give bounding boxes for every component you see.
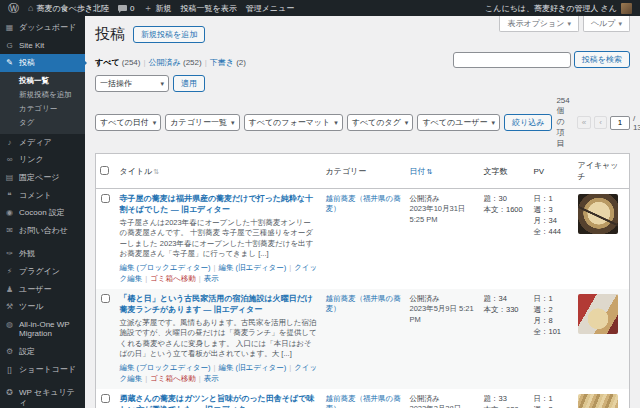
select-all-checkbox[interactable]	[100, 166, 109, 175]
current-page-input[interactable]	[610, 116, 630, 130]
sort-by-date-link[interactable]: 日付⇅	[410, 167, 433, 176]
bulk-actions-select[interactable]: 一括操作 ▾	[95, 75, 169, 92]
chevron-down-icon: ▾	[153, 119, 157, 127]
post-date: 2023年10月31日 5:25 PM	[410, 204, 476, 225]
sidebar-item-pages[interactable]: ▤ 固定ページ	[0, 169, 85, 187]
view-draft-link[interactable]: 下書き (2)	[210, 58, 246, 67]
screen-options-label: 表示オプション	[507, 18, 564, 29]
view-posts-link[interactable]: 投稿一覧を表示	[180, 3, 236, 14]
add-new-post-button[interactable]: 新規投稿を追加	[133, 26, 205, 43]
site-name: 蕎麦の食べ歩き北陸	[36, 3, 109, 14]
sidebar-item-shortcode[interactable]: [] ショートコード	[0, 361, 85, 379]
admin-menu-link[interactable]: 管理メニュー	[246, 3, 295, 14]
pv-day: 日：1	[534, 194, 570, 205]
pv-total: 全：444	[534, 227, 570, 238]
search-posts-button[interactable]: 投稿を検索	[574, 51, 630, 68]
view-published-link[interactable]: 公開済み (252)	[149, 58, 202, 67]
view-filters: すべて (254)|公開済み (252)|下書き (2)	[95, 57, 246, 68]
sidebar-subitem-1[interactable]: 新規投稿を追加	[0, 88, 85, 102]
post-category-link[interactable]: 越前蕎麦（福井県の蕎麦）	[326, 194, 401, 213]
edit-classic-editor-link[interactable]: 編集 (旧エディター)	[218, 363, 294, 372]
new-content-link[interactable]: ＋ 新規	[143, 3, 171, 14]
chevron-down-icon: ▾	[231, 119, 235, 127]
plus-icon: ＋	[143, 4, 152, 13]
column-charcount-header: 文字数	[480, 154, 530, 189]
view-all-link[interactable]: すべて (254)	[95, 58, 140, 67]
chevron-down-icon: ▾	[618, 20, 622, 28]
my-account-link[interactable]: こんにちは、蕎麦好きの管理人 さん	[485, 3, 617, 14]
row-checkbox[interactable]	[101, 194, 110, 203]
post-date: 2023年5月9日 5:21 PM	[410, 304, 476, 325]
char-count-title: 題：34	[484, 294, 526, 305]
sidebar-item-posts[interactable]: ✎ 投稿	[0, 54, 85, 72]
site-name-link[interactable]: ⌂ 蕎麦の食べ歩き北陸	[28, 3, 109, 14]
trash-link[interactable]: ゴミ箱へ移動	[150, 274, 203, 283]
prev-page-button[interactable]: ‹	[594, 116, 607, 130]
sidebar-item-appearance[interactable]: ✑ 外観	[0, 245, 85, 263]
sidebar-subitem-3[interactable]: タグ	[0, 116, 85, 130]
sidebar-item-media[interactable]: ♪ メディア	[0, 134, 85, 152]
post-excerpt: 立派な茅屋です。風情もあります。古民家を活用した宿泊施設ですが、火曜日の昼だけは…	[120, 318, 318, 360]
admin-sidebar: ▦ ダッシュボード G Site Kit ✎ 投稿 投稿一覧新規投稿を追加カテゴ…	[0, 16, 85, 408]
comments-admin-link[interactable]: 0	[118, 4, 134, 13]
tag-filter-select[interactable]: すべてのタグ ▾	[347, 114, 414, 131]
pv-week: 週：3	[534, 205, 570, 216]
post-title-link[interactable]: 寺子屋の蕎麦は福井県産の蕎麦だけで打った純粋な十割そばでした — 旧エディター	[120, 194, 318, 216]
sidebar-item-users[interactable]: ♟ ユーザー	[0, 281, 85, 299]
post-status: 公開済み	[410, 394, 476, 404]
view-draft-label: 下書き	[210, 58, 234, 67]
screen-options-button[interactable]: 表示オプション ▾	[499, 16, 578, 32]
links-icon: ∞	[5, 155, 14, 165]
char-count-body: 本文：330	[484, 305, 526, 316]
sidebar-item-settings[interactable]: ⚙ 設定	[0, 343, 85, 361]
apply-button[interactable]: 適用	[173, 75, 205, 92]
sidebar-item-ai1wm[interactable]: ◍ All-in-One WP Migration	[0, 316, 85, 343]
row-checkbox[interactable]	[101, 394, 110, 403]
sidebar-item-links[interactable]: ∞ リンク	[0, 151, 85, 169]
security-icon: ✪	[5, 388, 14, 398]
sort-by-title-link[interactable]: タイトル⇅	[120, 167, 160, 176]
sidebar-item-wp-security[interactable]: ✪ WP セキュリティ	[0, 384, 85, 408]
column-pv-header: PV	[530, 154, 574, 189]
post-status: 公開済み	[410, 194, 476, 204]
chevron-down-icon: ▾	[334, 119, 338, 127]
format-filter-label: すべてのフォーマット	[249, 117, 331, 128]
user-filter-select[interactable]: すべてのユーザー ▾	[417, 114, 500, 131]
sidebar-subitem-0[interactable]: 投稿一覧	[0, 74, 85, 88]
help-button[interactable]: ヘルプ ▾	[583, 16, 630, 32]
edit-block-editor-link[interactable]: 編集 (ブロックエディター)	[120, 263, 219, 272]
sidebar-item-site-kit[interactable]: G Site Kit	[0, 37, 85, 55]
edit-block-editor-link[interactable]: 編集 (ブロックエディター)	[120, 363, 219, 372]
view-all-label: すべて	[95, 58, 120, 67]
avatar	[621, 3, 632, 14]
trash-link[interactable]: ゴミ箱へ移動	[150, 374, 203, 383]
sidebar-item-plugins[interactable]: ⚡ プラグイン	[0, 263, 85, 281]
post-category-link[interactable]: 越前蕎麦（福井県の蕎麦）	[326, 294, 401, 313]
search-input[interactable]	[453, 52, 571, 68]
view-post-link[interactable]: 表示	[204, 374, 219, 383]
sidebar-subitem-2[interactable]: カテゴリー	[0, 102, 85, 116]
wp-logo-menu[interactable]: Ⓦ	[8, 1, 19, 16]
pv-week: 週：2	[534, 305, 570, 316]
post-category-link[interactable]: 越前蕎麦（福井県の蕎麦）	[326, 394, 401, 408]
sidebar-item-dashboard[interactable]: ▦ ダッシュボード	[0, 19, 85, 37]
category-filter-select[interactable]: カテゴリー一覧 ▾	[165, 114, 239, 131]
sidebar-item-cocoon-settings[interactable]: ◉ Cocoon 設定	[0, 204, 85, 222]
view-post-link[interactable]: 表示	[204, 274, 219, 283]
sidebar-item-comments[interactable]: ❝ コメント	[0, 187, 85, 205]
date-filter-select[interactable]: すべての日付 ▾	[95, 114, 161, 131]
sidebar-item-contact[interactable]: ✉ お問い合わせ	[0, 222, 85, 240]
sidebar-item-tools[interactable]: ⚒ ツール	[0, 298, 85, 316]
settings-icon: ⚙	[5, 347, 14, 357]
appearance-icon: ✑	[5, 249, 14, 259]
char-count-body: 本文：1600	[484, 205, 526, 216]
posts-table: タイトル⇅ カテゴリー 日付⇅ 文字数 PV アイキャッチ 寺子屋の蕎麦は福井県…	[95, 153, 630, 408]
format-filter-select[interactable]: すべてのフォーマット ▾	[244, 114, 343, 131]
post-title-link[interactable]: 勇蔵さんの蕎麦はガツンと旨味がのった田舎そばで味わい方が秀逸でした — 旧エディ…	[120, 394, 318, 408]
sort-icon: ⇅	[427, 168, 433, 175]
edit-classic-editor-link[interactable]: 編集 (旧エディター)	[218, 263, 294, 272]
filter-button[interactable]: 絞り込み	[504, 114, 552, 131]
first-page-button[interactable]: «	[577, 116, 591, 130]
row-checkbox[interactable]	[101, 294, 110, 303]
post-title-link[interactable]: 「椿と日」という古民家活用の宿泊施設は火曜日だけ蕎麦ランチがあります — 旧エデ…	[120, 294, 318, 316]
